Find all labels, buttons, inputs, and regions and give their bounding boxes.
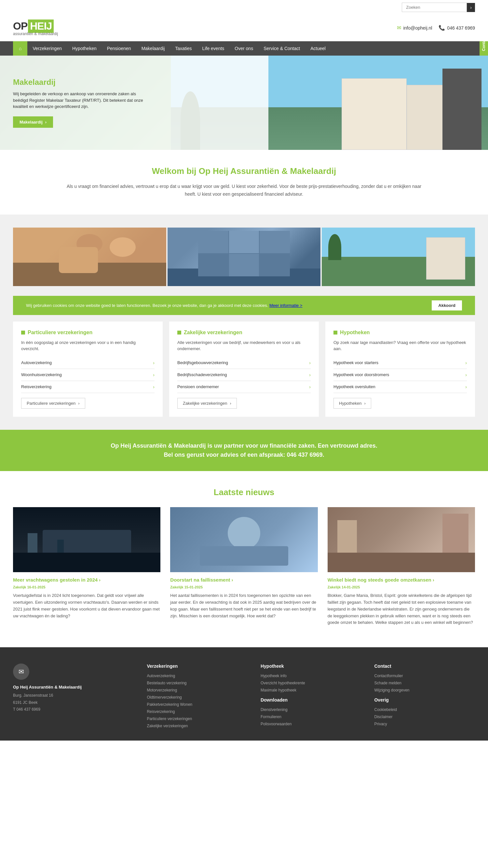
card-3-link-starters[interactable]: Hypotheek voor starters ›: [334, 357, 467, 369]
card-3-desc: Op zoek naar lage maandlasten? Vraag een…: [334, 339, 467, 352]
card-hypotheken: Hypotheken Op zoek naar lage maandlasten…: [325, 321, 475, 417]
footer-hypotheek-heading: Hypotheek: [261, 663, 362, 669]
card-3-title: Hypotheken: [334, 330, 467, 336]
footer-link-disclaimer[interactable]: Disclaimer: [374, 715, 475, 719]
email-icon: ✉: [397, 25, 401, 31]
footer-link-formulieren[interactable]: Formulieren: [261, 715, 362, 719]
cards-section: Wij gebruiken cookies om onze website go…: [0, 215, 488, 430]
arrow-icon: ›: [153, 372, 154, 377]
nav-life-events[interactable]: Life events: [197, 41, 230, 56]
card-1-desc: In één oogopslag al onze verzekeringen v…: [21, 339, 154, 352]
banner-line2: Bel ons gerust voor advies of een afspra…: [13, 450, 475, 460]
card-2-link-schade[interactable]: Bedrijfsschadeverzekering ›: [177, 369, 311, 381]
footer-link-hypotheek-info[interactable]: Hypotheek info: [261, 674, 362, 678]
news-1-content: Meer vrachtwagens gestolen in 2024› Zake…: [13, 572, 161, 624]
footer-link-motorverzekering[interactable]: Motorverzekering: [147, 688, 248, 692]
news-2-content: Doorstart na faillissement› Zakelijk 15-…: [170, 572, 318, 624]
footer-link-hypotheek-rente[interactable]: Overzicht hypotheekrente: [261, 681, 362, 685]
footer-overig-section: Overig Cookiebeleid Disclaimer Privacy: [374, 697, 475, 726]
cookie-bar: Wij gebruiken cookies om onze website go…: [13, 296, 475, 315]
card-images-row: [13, 227, 475, 286]
nav-makelaardij[interactable]: Makelaardij: [136, 41, 170, 56]
card-3-link-oversluiten[interactable]: Hypotheek oversluiten ›: [334, 381, 467, 393]
news-2-meta: Zakelijk 15-01-2025: [170, 585, 318, 589]
banner-line1: Op Heij Assurantiën & Makelaardij is uw …: [13, 441, 475, 451]
search-button[interactable]: ›: [467, 3, 475, 12]
news-3-title[interactable]: Winkel biedt nog steeds goede omzetkanse…: [327, 577, 475, 583]
nav-over-ons[interactable]: Over ons: [229, 41, 258, 56]
site-footer: ✉ Op Heij Assurantiën & Makelaardij Burg…: [0, 647, 488, 741]
nav-pensioenen[interactable]: Pensioenen: [102, 41, 136, 56]
contact-side-tab[interactable]: Contact: [480, 41, 488, 56]
footer-company-col: ✉ Op Heij Assurantiën & Makelaardij Burg…: [13, 663, 134, 731]
phone-number: 046 437 6969: [447, 25, 475, 31]
nav-taxaties[interactable]: Taxaties: [170, 41, 197, 56]
arrow-icon: ›: [153, 360, 154, 365]
footer-link-reisverzekering[interactable]: Reisverzekering: [147, 709, 248, 714]
news-image-2: [170, 507, 318, 572]
card-3-btn[interactable]: Hypotheken ›: [334, 398, 371, 409]
cookie-accept-button[interactable]: Akkoord: [432, 300, 462, 310]
card-1-btn[interactable]: Particuliere verzekeringen ›: [21, 398, 85, 409]
logo[interactable]: OP HEIJ assurantiën & makelaardij: [13, 20, 58, 36]
hero-description: Wij begeleiden de verkoop en aankoop van…: [13, 91, 150, 110]
cookie-more-link[interactable]: Meer informatie >: [269, 303, 303, 308]
email-contact[interactable]: ✉ info@opheij.nl: [397, 25, 432, 31]
footer-address: Burg. Janssenstraat 166191 JC BeekT 046 …: [13, 692, 134, 713]
footer-hypotheek-col: Hypotheek Hypotheek info Overzicht hypot…: [261, 663, 362, 731]
footer-link-zakelijke[interactable]: Zakelijke verzekeringen: [147, 724, 248, 728]
news-card-3: Winkel biedt nog steeds goede omzetkanse…: [327, 507, 475, 631]
site-header: OP HEIJ assurantiën & makelaardij ✉ info…: [0, 14, 488, 41]
search-input[interactable]: [402, 3, 467, 12]
arrow-icon: ›: [309, 360, 311, 365]
footer-link-bestelauto[interactable]: Bestelauto verzekering: [147, 681, 248, 685]
news-1-title[interactable]: Meer vrachtwagens gestolen in 2024›: [13, 577, 161, 583]
card-3-link-doorstromers[interactable]: Hypotheek voor doorstromers ›: [334, 369, 467, 381]
news-2-title[interactable]: Doorstart na faillissement›: [170, 577, 318, 583]
card-1-link-woon[interactable]: Woonhuisverzekering ›: [21, 369, 154, 381]
hero-button[interactable]: Makelaardij ›: [13, 116, 53, 128]
card-image-2: [168, 227, 321, 286]
footer-logo-icon: ✉: [19, 668, 24, 676]
phone-contact[interactable]: 📞 046 437 6969: [438, 25, 475, 31]
card-image-1: [13, 227, 166, 286]
nav-verzekeringen[interactable]: Verzekeringen: [27, 41, 67, 56]
news-grid: Meer vrachtwagens gestolen in 2024› Zake…: [13, 507, 475, 631]
home-icon: ⌂: [19, 46, 22, 51]
footer-verzekeringen-col: Verzekeringen Autoverzekering Bestelauto…: [147, 663, 248, 731]
footer-link-particuliere[interactable]: Particuliere verzekeringen: [147, 716, 248, 721]
card-1-link-auto[interactable]: Autoverzekering ›: [21, 357, 154, 369]
footer-link-schade[interactable]: Schade melden: [374, 681, 475, 685]
card-2-link-bedrijfs[interactable]: Bedrijfsgebouwverzekering ›: [177, 357, 311, 369]
header-contact: ✉ info@opheij.nl 📞 046 437 6969: [397, 25, 475, 31]
card-1-accent: [21, 331, 25, 335]
welcome-section: Welkom bij Op Heij Assurantiën & Makelaa…: [0, 150, 488, 215]
footer-link-pakket[interactable]: Pakketverzekering Wonen: [147, 702, 248, 707]
footer-link-max-hypotheek[interactable]: Maximale hypotheek: [261, 688, 362, 692]
news-1-meta: Zakelijk 16-01-2025: [13, 585, 161, 589]
footer-logo: ✉: [13, 663, 29, 680]
arrow-icon: ›: [465, 360, 467, 365]
nav-hypotheken[interactable]: Hypotheken: [67, 41, 102, 56]
promo-banner: Op Heij Assurantiën & Makelaardij is uw …: [0, 430, 488, 471]
footer-link-oldtimer[interactable]: Oldtimerverzekering: [147, 695, 248, 700]
nav-home[interactable]: ⌂: [13, 41, 27, 56]
footer-link-polisvoorwaarden[interactable]: Polisvoorwaarden: [261, 722, 362, 726]
footer-link-dienstverlening[interactable]: Dienstverlening: [261, 707, 362, 712]
card-2-title: Zakelijke verzekeringen: [177, 330, 311, 336]
card-1-title: Particuliere verzekeringen: [21, 330, 154, 336]
footer-link-contactform[interactable]: Contactformulier: [374, 674, 475, 678]
nav-actueel[interactable]: Actueel: [305, 41, 331, 56]
card-2-btn[interactable]: Zakelijke verzekeringen ›: [177, 398, 237, 409]
footer-link-autoverzekering[interactable]: Autoverzekering: [147, 674, 248, 678]
footer-link-wijziging[interactable]: Wijziging doorgeven: [374, 688, 475, 692]
nav-service-contact[interactable]: Service & Contact: [258, 41, 305, 56]
logo-sub: assurantiën & makelaardij: [13, 32, 58, 36]
card-2-link-pensioen[interactable]: Pensioen ondernemer ›: [177, 381, 311, 393]
cookie-text: Wij gebruiken cookies om onze website go…: [26, 303, 302, 308]
footer-link-privacy[interactable]: Privacy: [374, 722, 475, 726]
arrow-icon: ›: [465, 384, 467, 390]
card-1-link-reis[interactable]: Reisverzekering ›: [21, 381, 154, 393]
footer-link-cookiebeleid[interactable]: Cookiebeleid: [374, 707, 475, 712]
search-bar[interactable]: ›: [402, 3, 475, 12]
